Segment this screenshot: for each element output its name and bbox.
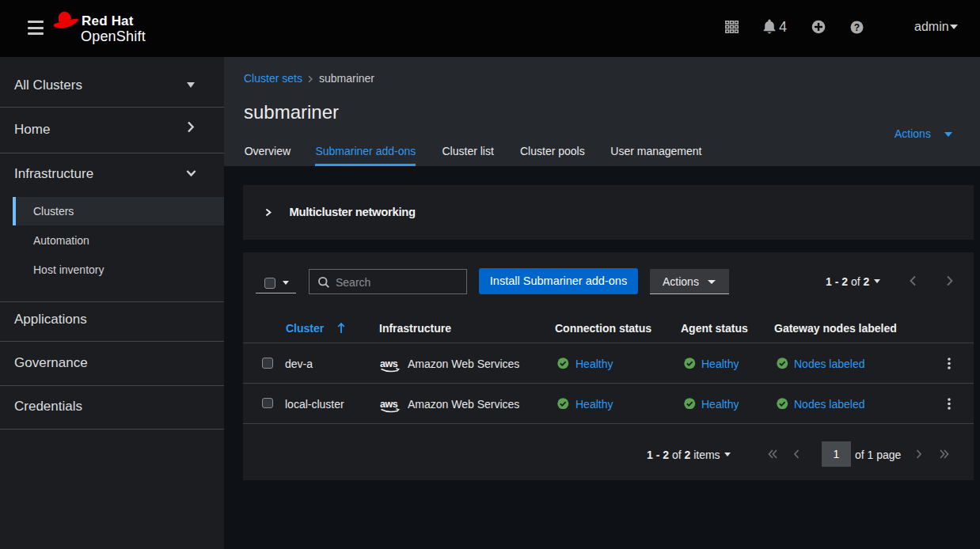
svg-text:aws: aws [380, 399, 398, 410]
svg-text:aws: aws [380, 358, 398, 369]
svg-text:?: ? [854, 21, 860, 32]
